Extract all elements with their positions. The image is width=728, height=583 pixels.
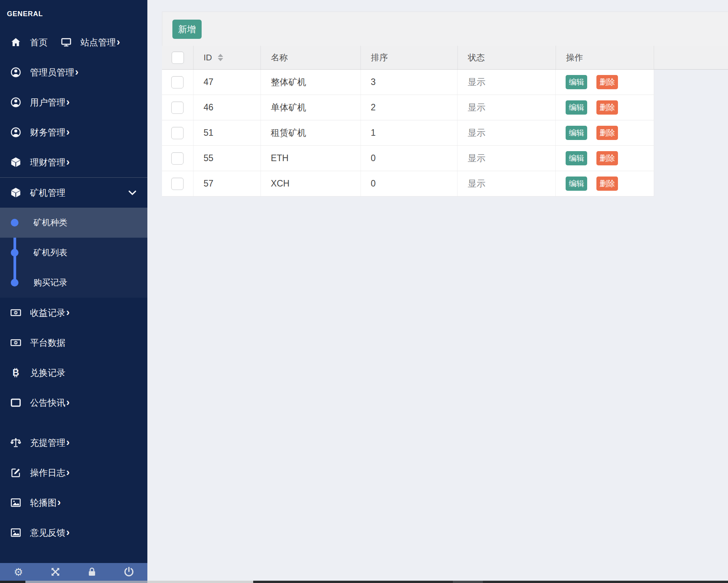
- sidebar-item-user-management[interactable]: 用户管理›: [0, 87, 147, 117]
- cell-name: XCH: [261, 171, 361, 196]
- select-all-checkbox[interactable]: [172, 52, 184, 64]
- cell-sort: 2: [361, 95, 458, 120]
- edit-button[interactable]: 编辑: [566, 100, 587, 115]
- banknote-icon: 1: [10, 337, 22, 348]
- sidebar-item-deposit-withdrawal-management[interactable]: 充提管理›: [0, 428, 147, 458]
- column-header-sort: 排序: [361, 46, 458, 69]
- chevron-right-icon: ›: [66, 398, 70, 406]
- add-button[interactable]: 新增: [172, 20, 202, 39]
- main-content: 新增 ID 名称 排序 状态 操作 47整体矿机3显示编辑删除46单体矿机2显示…: [147, 0, 728, 583]
- delete-button[interactable]: 删除: [596, 177, 618, 191]
- table-row: 55ETH0显示编辑删除: [162, 146, 654, 171]
- table-row: 51租赁矿机1显示编辑删除: [162, 120, 654, 146]
- cell-status: 显示: [458, 70, 556, 95]
- table-header: ID 名称 排序 状态 操作: [162, 46, 728, 70]
- cell-name: ETH: [261, 146, 361, 171]
- user-circle-icon: [10, 67, 22, 78]
- chevron-right-icon: ›: [117, 38, 120, 46]
- scales-icon: [10, 437, 22, 448]
- sidebar-item-announcements[interactable]: 公告快讯›: [0, 388, 147, 418]
- sidebar-subitem-miner-types[interactable]: 矿机种类: [0, 208, 147, 238]
- row-checkbox-cell: [162, 120, 194, 145]
- row-checkbox[interactable]: [171, 76, 184, 88]
- sidebar-item-profit-records[interactable]: 1收益记录›: [0, 298, 147, 328]
- sidebar-item-feedback[interactable]: 意见反馈›: [0, 518, 147, 548]
- row-checkbox[interactable]: [171, 127, 184, 139]
- edit-button[interactable]: 编辑: [566, 75, 587, 89]
- chevron-right-icon: ›: [66, 438, 70, 446]
- chevron-right-icon: ›: [66, 158, 70, 166]
- sidebar: GENERAL 首页站点管理›管理员管理›用户管理›财务管理›理财管理›矿机管理…: [0, 0, 147, 583]
- sidebar-top-row: 首页站点管理›: [0, 27, 147, 57]
- fullscreen-button[interactable]: [37, 563, 74, 581]
- sidebar-subitem-miner-list[interactable]: 矿机列表: [0, 238, 147, 268]
- column-header-actions: 操作: [556, 46, 654, 69]
- delete-button[interactable]: 删除: [596, 126, 618, 140]
- row-checkbox[interactable]: [171, 178, 184, 190]
- delete-button[interactable]: 删除: [596, 75, 618, 89]
- settings-button[interactable]: ⚙: [0, 563, 37, 581]
- cell-id: 47: [194, 70, 261, 95]
- sidebar-item-operation-logs[interactable]: 操作日志›: [0, 458, 147, 488]
- row-checkbox-cell: [162, 95, 194, 120]
- bottom-scrollbar[interactable]: [0, 581, 728, 583]
- sidebar-item-wealth-management[interactable]: 理财管理›: [0, 147, 147, 177]
- home-icon: [10, 37, 22, 48]
- row-checkbox-cell: [162, 171, 194, 196]
- cell-actions: 编辑删除: [556, 70, 654, 95]
- table-toolbar: 新增: [162, 12, 728, 46]
- monitor-icon: [60, 37, 72, 48]
- row-checkbox[interactable]: [171, 152, 184, 165]
- delete-button[interactable]: 删除: [596, 151, 618, 165]
- column-header-id[interactable]: ID: [194, 46, 261, 69]
- sidebar-item-exchange-records[interactable]: B兑换记录: [0, 358, 147, 388]
- sidebar-nav: 首页站点管理›管理员管理›用户管理›财务管理›理财管理›矿机管理矿机种类矿机列表…: [0, 27, 147, 548]
- cell-name: 租赁矿机: [261, 120, 361, 145]
- delete-button[interactable]: 删除: [596, 100, 618, 115]
- chevron-right-icon: ›: [66, 308, 70, 316]
- edit-button[interactable]: 编辑: [566, 126, 587, 140]
- bullet-dot-icon: [11, 279, 18, 287]
- cell-id: 46: [194, 95, 261, 120]
- gear-icon: ⚙: [14, 567, 23, 577]
- row-checkbox[interactable]: [171, 102, 184, 114]
- svg-text:1: 1: [15, 341, 17, 344]
- bullet-dot-icon: [11, 249, 18, 257]
- sidebar-item-miner-management[interactable]: 矿机管理: [0, 178, 147, 208]
- svg-text:B: B: [12, 367, 19, 378]
- sort-carets-icon[interactable]: [218, 54, 223, 61]
- sidebar-item-finance-management[interactable]: 财务管理›: [0, 117, 147, 147]
- lock-icon: [86, 566, 98, 578]
- cube-icon: [10, 157, 22, 168]
- sidebar-item-carousel[interactable]: 轮播图›: [0, 488, 147, 518]
- user-circle-icon: [10, 127, 22, 138]
- table-body: 47整体矿机3显示编辑删除46单体矿机2显示编辑删除51租赁矿机1显示编辑删除5…: [162, 70, 654, 197]
- image-icon: [10, 497, 22, 508]
- sidebar-subitem-purchase-records[interactable]: 购买记录: [0, 268, 147, 298]
- row-checkbox-cell: [162, 70, 194, 95]
- row-checkbox-cell: [162, 146, 194, 171]
- column-header-name: 名称: [261, 46, 361, 69]
- cell-id: 51: [194, 120, 261, 145]
- sidebar-item-admin-management[interactable]: 管理员管理›: [0, 57, 147, 87]
- table-row: 57XCH0显示编辑删除: [162, 171, 654, 197]
- header-checkbox-cell: [162, 46, 194, 69]
- sidebar-footer-toolbar: ⚙: [0, 563, 147, 581]
- cell-id: 57: [194, 171, 261, 196]
- cell-status: 显示: [458, 120, 556, 145]
- sidebar-item-home[interactable]: 首页: [0, 27, 60, 57]
- cell-sort: 0: [361, 171, 458, 196]
- sidebar-item-platform-data[interactable]: 1平台数据: [0, 328, 147, 358]
- edit-button[interactable]: 编辑: [566, 177, 587, 191]
- cell-sort: 1: [361, 120, 458, 145]
- window-icon: [10, 397, 22, 408]
- table-row: 47整体矿机3显示编辑删除: [162, 70, 654, 95]
- power-button[interactable]: [110, 563, 147, 581]
- cell-status: 显示: [458, 146, 556, 171]
- submenu-miner-management: 矿机种类矿机列表购买记录: [0, 208, 147, 298]
- sidebar-item-site-management[interactable]: 站点管理›: [60, 27, 147, 57]
- edit-button[interactable]: 编辑: [566, 151, 587, 165]
- lock-screen-button[interactable]: [74, 563, 111, 581]
- column-header-status: 状态: [458, 46, 556, 69]
- pencil-square-icon: [10, 467, 22, 478]
